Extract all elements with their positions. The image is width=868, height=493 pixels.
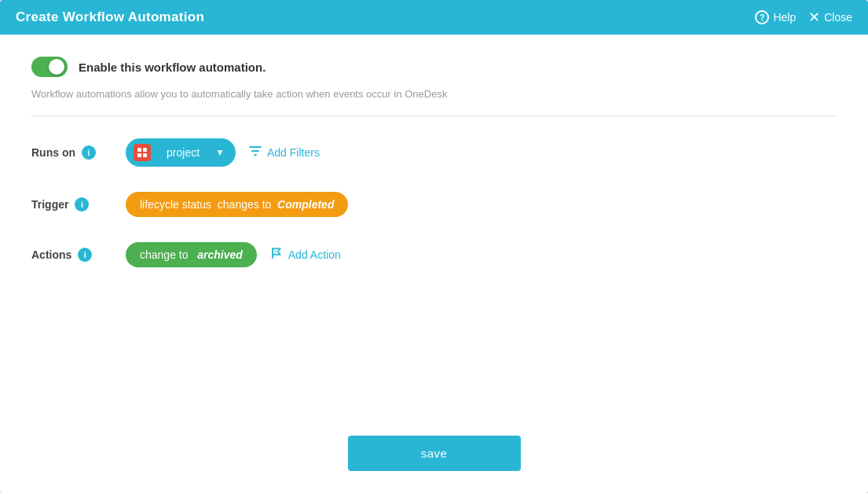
trigger-pill-part1: lifecycle status <box>140 198 211 211</box>
project-icon <box>134 144 151 161</box>
trigger-row: Trigger i lifecycle status changes to Co… <box>31 192 837 217</box>
enable-toggle[interactable] <box>31 57 68 77</box>
divider <box>31 116 837 116</box>
help-button[interactable]: ? Help <box>755 10 796 24</box>
actions-label: Actions <box>31 248 71 261</box>
help-icon: ? <box>755 10 769 24</box>
modal-body: Enable this workflow automation. Workflo… <box>0 35 868 420</box>
form-rows: Runs on i <box>31 138 837 267</box>
toggle-thumb <box>49 59 64 75</box>
close-icon: ✕ <box>808 10 820 24</box>
actions-label-group: Actions i <box>31 248 126 262</box>
enable-row: Enable this workflow automation. <box>31 57 837 77</box>
runs-on-label-group: Runs on i <box>31 145 126 160</box>
trigger-label: Trigger <box>31 198 68 211</box>
trigger-content: lifecycle status changes to Completed <box>126 192 837 217</box>
filter-icon <box>248 144 262 161</box>
modal-title: Create Workflow Automation <box>16 9 204 25</box>
svg-rect-2 <box>137 153 141 157</box>
runs-on-content: project ▼ Add Filters <box>126 138 837 167</box>
trigger-pill-value: Completed <box>277 198 334 211</box>
add-filters-label: Add Filters <box>267 146 320 159</box>
save-button[interactable]: save <box>348 436 521 471</box>
help-label: Help <box>773 11 796 24</box>
add-filters-button[interactable]: Add Filters <box>248 144 320 161</box>
trigger-pill[interactable]: lifecycle status changes to Completed <box>126 192 348 217</box>
action-pill[interactable]: change to archived <box>126 242 257 267</box>
actions-content: change to archived Add Action <box>126 242 837 267</box>
header-actions: ? Help ✕ Close <box>755 10 852 24</box>
toggle-track <box>31 57 68 77</box>
dropdown-arrow-icon: ▼ <box>215 147 225 158</box>
project-dropdown[interactable]: project ▼ <box>126 138 236 167</box>
runs-on-row: Runs on i <box>31 138 837 167</box>
trigger-info-icon[interactable]: i <box>75 197 89 212</box>
description-text: Workflow automations allow you to automa… <box>31 88 837 100</box>
actions-row: Actions i change to archived <box>31 242 837 267</box>
svg-rect-0 <box>137 148 141 152</box>
enable-label: Enable this workflow automation. <box>79 61 266 74</box>
modal-header: Create Workflow Automation ? Help ✕ Clos… <box>0 0 868 35</box>
add-action-label: Add Action <box>288 248 341 261</box>
create-workflow-modal: Create Workflow Automation ? Help ✕ Clos… <box>0 0 868 493</box>
action-pill-value: archived <box>191 248 242 261</box>
close-label: Close <box>824 11 852 24</box>
close-button[interactable]: ✕ Close <box>808 10 852 24</box>
trigger-pill-changes: changes to <box>214 198 277 211</box>
trigger-label-group: Trigger i <box>31 197 126 212</box>
runs-on-label: Runs on <box>31 146 75 159</box>
add-action-button[interactable]: Add Action <box>269 246 341 263</box>
svg-rect-1 <box>143 148 147 152</box>
flag-icon <box>269 246 284 263</box>
project-label: project <box>157 146 209 159</box>
svg-rect-3 <box>143 153 147 157</box>
action-pill-change: change to <box>140 248 189 261</box>
runs-on-info-icon[interactable]: i <box>82 145 96 160</box>
actions-info-icon[interactable]: i <box>78 248 92 262</box>
modal-footer: save <box>0 420 868 493</box>
